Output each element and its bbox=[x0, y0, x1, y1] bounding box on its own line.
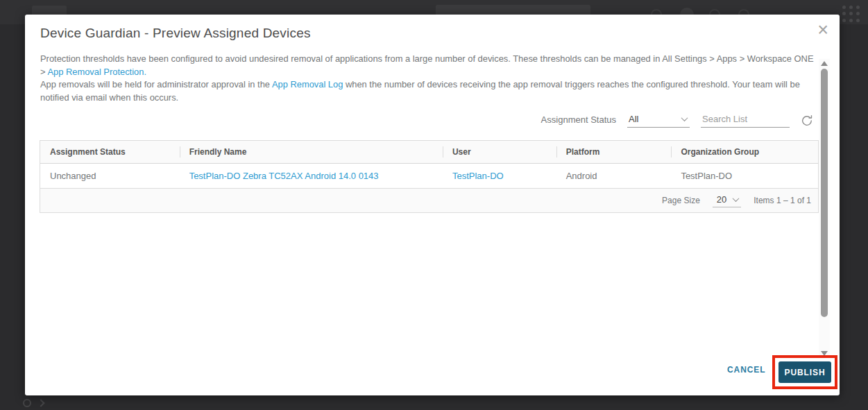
page-size-value: 20 bbox=[717, 194, 726, 205]
vertical-scrollbar[interactable] bbox=[819, 59, 830, 358]
scrollbar-thumb[interactable] bbox=[821, 69, 828, 317]
table-header-row: Assignment Status Friendly Name User Pla… bbox=[40, 141, 818, 164]
app-removal-protection-link[interactable]: App Removal Protection. bbox=[47, 67, 146, 77]
scroll-up-icon[interactable] bbox=[821, 61, 828, 66]
col-user: User bbox=[443, 141, 556, 163]
cell-assignment-status: Unchanged bbox=[40, 164, 180, 188]
cancel-button[interactable]: CANCEL bbox=[727, 365, 765, 375]
page-size-label: Page Size bbox=[662, 196, 700, 205]
preview-assigned-devices-dialog: Device Guardian - Preview Assigned Devic… bbox=[25, 15, 840, 395]
page-size-select[interactable]: 20 bbox=[713, 194, 741, 207]
dimmed-chevron-icon bbox=[37, 399, 44, 407]
assignment-status-label: Assignment Status bbox=[541, 114, 616, 128]
device-friendly-name-link[interactable]: TestPlan-DO Zebra TC52AX Android 14.0 01… bbox=[189, 171, 379, 181]
app-removal-log-link[interactable]: App Removal Log bbox=[272, 79, 343, 89]
user-link[interactable]: TestPlan-DO bbox=[452, 171, 504, 181]
table-row: Unchanged TestPlan-DO Zebra TC52AX Andro… bbox=[40, 164, 818, 189]
cell-organization-group: TestPlan-DO bbox=[671, 164, 818, 188]
threshold-description: Protection thresholds have been configur… bbox=[40, 53, 816, 104]
chevron-down-icon bbox=[733, 195, 740, 202]
dimmed-info-icon bbox=[23, 399, 31, 407]
col-organization-group: Organization Group bbox=[671, 141, 818, 163]
list-filter-bar: Assignment Status All bbox=[541, 114, 813, 128]
refresh-icon[interactable] bbox=[801, 114, 813, 127]
dialog-title: Device Guardian - Preview Assigned Devic… bbox=[40, 26, 311, 41]
col-assignment-status: Assignment Status bbox=[40, 141, 180, 163]
app-launcher-icon bbox=[841, 4, 862, 24]
publish-button[interactable]: PUBLISH bbox=[778, 361, 831, 383]
chevron-down-icon bbox=[681, 114, 688, 121]
close-icon[interactable]: × bbox=[817, 20, 828, 40]
assigned-devices-table: Assignment Status Friendly Name User Pla… bbox=[40, 140, 819, 213]
search-input[interactable] bbox=[701, 114, 790, 128]
items-count: Items 1 – 1 of 1 bbox=[754, 196, 811, 205]
col-platform: Platform bbox=[556, 141, 672, 163]
description-p2-pre: App removals will be held for administra… bbox=[40, 79, 272, 89]
table-pagination: Page Size 20 Items 1 – 1 of 1 bbox=[40, 189, 818, 212]
scroll-down-icon[interactable] bbox=[821, 351, 828, 356]
assignment-status-select[interactable]: All bbox=[627, 114, 690, 128]
description-p1-text: Protection thresholds have been configur… bbox=[40, 53, 814, 77]
assignment-status-value: All bbox=[629, 114, 638, 124]
cell-platform: Android bbox=[556, 164, 672, 188]
col-friendly-name: Friendly Name bbox=[180, 141, 443, 163]
